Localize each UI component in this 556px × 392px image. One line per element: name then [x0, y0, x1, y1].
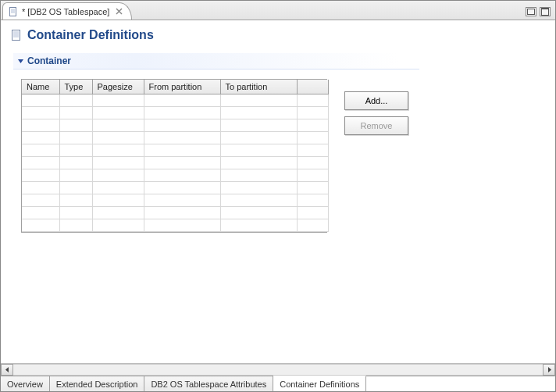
svg-rect-0	[10, 7, 16, 16]
containers-table[interactable]: Name Type Pagesize From partition To par…	[21, 79, 327, 233]
table-row[interactable]	[22, 156, 328, 169]
column-header-name[interactable]: Name	[22, 80, 59, 94]
table-row[interactable]	[22, 181, 328, 194]
editor-tab-title: * [DB2 OS Tablespace]	[22, 7, 109, 16]
table-row[interactable]	[22, 219, 328, 231]
bottom-tab-bar: Overview Extended Description DB2 OS Tab…	[1, 376, 555, 391]
editor-tab-bar: * [DB2 OS Tablespace]	[1, 1, 555, 20]
page-title: Container Definitions	[27, 28, 154, 42]
svg-marker-13	[548, 367, 551, 372]
svg-marker-11	[18, 59, 23, 63]
section-header[interactable]: Container	[13, 53, 419, 69]
table-row[interactable]	[22, 119, 328, 131]
minimize-button[interactable]	[526, 7, 536, 16]
close-icon[interactable]	[114, 7, 123, 16]
table-row[interactable]	[22, 94, 328, 106]
table-row[interactable]	[22, 206, 328, 219]
scrollbar-track[interactable]	[13, 364, 543, 376]
column-header-from-partition[interactable]: From partition	[144, 80, 220, 94]
table-row[interactable]	[22, 194, 328, 206]
column-header-pagesize[interactable]: Pagesize	[92, 80, 144, 94]
add-button[interactable]: Add...	[344, 91, 408, 110]
tab-attributes[interactable]: DB2 OS Tablespace Attributes	[144, 376, 273, 391]
horizontal-scrollbar[interactable]	[1, 363, 555, 376]
button-column: Add... Remove	[344, 79, 408, 135]
column-header-type[interactable]: Type	[59, 80, 92, 94]
page-header: Container Definitions	[10, 28, 546, 42]
page-icon	[10, 29, 23, 41]
table-header-row: Name Type Pagesize From partition To par…	[22, 80, 328, 94]
container-section: Container Name Type Pagesize From partit…	[13, 53, 546, 236]
table-row[interactable]	[22, 169, 328, 181]
remove-button: Remove	[344, 116, 408, 135]
maximize-button[interactable]	[540, 7, 551, 16]
window-controls	[526, 7, 555, 20]
column-header-to-partition[interactable]: To partition	[220, 80, 297, 94]
table-row[interactable]	[22, 144, 328, 156]
svg-marker-12	[5, 367, 9, 372]
editor-tab-active[interactable]: * [DB2 OS Tablespace]	[2, 2, 132, 20]
editor-content: Container Definitions Container Name	[1, 20, 555, 363]
tab-overview[interactable]: Overview	[1, 376, 50, 391]
table-row[interactable]	[22, 106, 328, 119]
column-header-extra[interactable]	[297, 80, 328, 94]
table-row[interactable]	[22, 131, 328, 144]
tab-extended-description[interactable]: Extended Description	[50, 376, 145, 391]
document-icon	[8, 6, 19, 17]
scroll-right-icon[interactable]	[543, 364, 555, 376]
twisty-expanded-icon[interactable]	[16, 57, 24, 65]
section-title: Container	[27, 55, 71, 66]
tab-container-definitions[interactable]: Container Definitions	[273, 376, 366, 391]
table-body	[22, 94, 328, 231]
scroll-left-icon[interactable]	[1, 364, 13, 376]
